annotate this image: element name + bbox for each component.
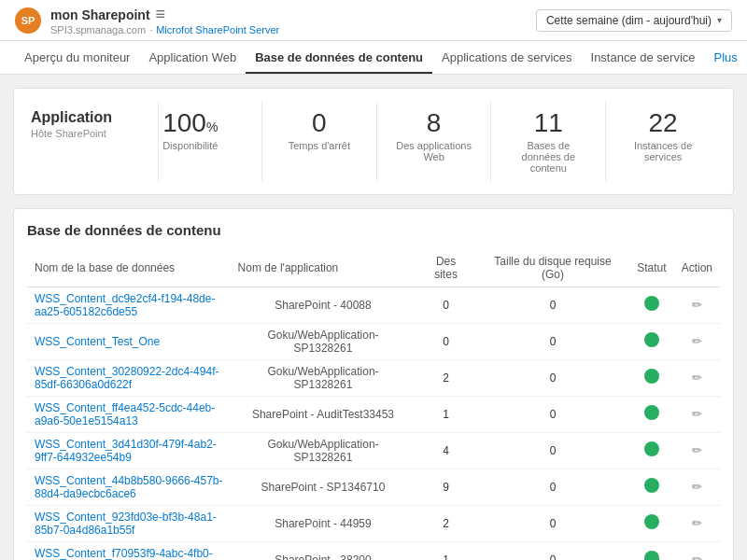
action-cell[interactable]: ✏ <box>674 469 720 505</box>
col-header: Des sites <box>416 249 475 287</box>
stat-value: 100% <box>162 109 247 138</box>
header: SP mon Sharepoint ≡ SPI3.spmanaga.com · … <box>0 0 747 41</box>
db-name: WSS_Content_30280922-2dc4-494f-85df-6630… <box>27 359 231 396</box>
status-cell <box>629 541 673 560</box>
sites-count: 1 <box>416 396 475 432</box>
db-name: WSS_Content_dc9e2cf4-f194-48de-aa25-6051… <box>27 287 231 323</box>
stat-label: Temps d'arrêt <box>277 140 361 151</box>
db-name: WSS_Content_3d41d30f-479f-4ab2-9ff7-6449… <box>27 432 231 469</box>
disk-size: 0 <box>476 323 629 359</box>
summary-app-subtitle: Hôte SharePoint <box>31 128 143 139</box>
summary-app: Application Hôte SharePoint <box>27 102 159 181</box>
app-name: SharePoint - 38200 <box>231 541 416 560</box>
status-cell <box>629 396 673 432</box>
table-section-title: Base de données de contenu <box>27 222 720 238</box>
app-info: mon Sharepoint ≡ SPI3.spmanaga.com · Mic… <box>50 5 279 35</box>
disk-size: 0 <box>476 432 629 469</box>
disk-size: 0 <box>476 541 629 560</box>
nav-item-base-de-données-de-contenu[interactable]: Base de données de contenu <box>246 43 432 74</box>
stat-suffix: % <box>206 119 218 134</box>
stat-label: Bases de données de contenu <box>506 140 590 174</box>
sites-count: 0 <box>416 287 475 323</box>
stat-value: 0 <box>277 109 361 138</box>
app-name: SharePoint - 44959 <box>231 505 416 541</box>
table-row: WSS_Content_f70953f9-4abc-4fb0-ac66-c9d7… <box>27 541 720 560</box>
summary-card: Application Hôte SharePoint 100%Disponib… <box>13 88 734 195</box>
stat-label: Instances de services <box>621 140 705 162</box>
disk-size: 0 <box>476 287 629 323</box>
table-row: WSS_Content_ff4ea452-5cdc-44eb-a9a6-50e1… <box>27 396 720 432</box>
app-name: Goku/WebApplication- SP1328261 <box>231 359 416 396</box>
edit-icon[interactable]: ✏ <box>692 334 702 348</box>
action-cell[interactable]: ✏ <box>674 432 720 469</box>
db-name: WSS_Content_ff4ea452-5cdc-44eb-a9a6-50e1… <box>27 396 231 432</box>
app-name: SharePoint - AuditTest33453 <box>231 396 416 432</box>
status-dot-icon <box>644 369 659 384</box>
db-name: WSS_Content_f70953f9-4abc-4fb0-ac66-c9d7… <box>27 541 231 560</box>
status-dot-icon <box>644 405 659 420</box>
nav-item-instance-de-service[interactable]: Instance de service <box>582 43 705 74</box>
status-dot-icon <box>644 296 659 311</box>
nav-item-aperçu-du-moniteur[interactable]: Aperçu du moniteur <box>15 43 139 74</box>
summary-stat: 8Des applications Web <box>377 102 492 181</box>
date-selector[interactable]: Cette semaine (dim - aujourd'hui) ▾ <box>536 9 732 32</box>
date-label: Cette semaine (dim - aujourd'hui) <box>546 14 712 27</box>
status-cell <box>629 323 673 359</box>
table-row: WSS_Content_923fd03e-bf3b-48a1-85b7-0a4d… <box>27 505 720 541</box>
summary-stat: 11Bases de données de contenu <box>491 102 606 181</box>
edit-icon[interactable]: ✏ <box>692 371 702 385</box>
nav-item-application-web[interactable]: Application Web <box>139 43 246 74</box>
action-cell[interactable]: ✏ <box>674 396 720 432</box>
app-name: SharePoint - SP1346710 <box>231 469 416 505</box>
action-cell[interactable]: ✏ <box>674 359 720 396</box>
hamburger-icon[interactable]: ≡ <box>156 5 166 24</box>
stat-label: Des applications Web <box>392 140 476 162</box>
logo-icon: SP <box>15 7 41 34</box>
status-cell <box>629 359 673 396</box>
col-header: Action <box>674 249 720 287</box>
header-right: Cette semaine (dim - aujourd'hui) ▾ <box>536 9 732 32</box>
sharepoint-link[interactable]: Microfot SharePoint Server <box>156 24 279 35</box>
edit-icon[interactable]: ✏ <box>692 516 702 530</box>
status-cell <box>629 432 673 469</box>
app-name: SharePoint - 40088 <box>231 287 416 323</box>
stat-value: 8 <box>392 109 476 138</box>
sites-count: 4 <box>416 432 475 469</box>
status-dot-icon <box>644 441 659 456</box>
action-cell[interactable]: ✏ <box>674 287 720 323</box>
db-name: WSS_Content_44b8b580-9666-457b-88d4-da9e… <box>27 469 231 505</box>
app-title: mon Sharepoint <box>50 7 150 22</box>
chevron-down-icon: ▾ <box>717 15 722 25</box>
summary-app-title: Application <box>31 109 143 126</box>
nav-item-applications-de-services[interactable]: Applications de services <box>432 43 581 74</box>
sites-count: 9 <box>416 469 475 505</box>
app-name: Goku/WebApplication- SP1328261 <box>231 323 416 359</box>
summary-stat: 22Instances de services <box>606 102 720 181</box>
table-row: WSS_Content_44b8b580-9666-457b-88d4-da9e… <box>27 469 720 505</box>
status-cell <box>629 469 673 505</box>
action-cell[interactable]: ✏ <box>674 505 720 541</box>
table-row: WSS_Content_Test_One Goku/WebApplication… <box>27 323 720 359</box>
edit-icon[interactable]: ✏ <box>692 443 702 457</box>
nav-bar: Aperçu du moniteurApplication WebBase de… <box>0 41 747 75</box>
edit-icon[interactable]: ✏ <box>692 407 702 421</box>
main-content: Application Hôte SharePoint 100%Disponib… <box>0 75 747 560</box>
disk-size: 0 <box>476 359 629 396</box>
status-dot-icon <box>644 551 659 560</box>
stat-value: 11 <box>506 109 590 138</box>
status-cell <box>629 287 673 323</box>
disk-size: 0 <box>476 396 629 432</box>
header-left: SP mon Sharepoint ≡ SPI3.spmanaga.com · … <box>15 5 279 35</box>
nav-item-plus[interactable]: Plus <box>705 43 747 74</box>
action-cell[interactable]: ✏ <box>674 323 720 359</box>
sites-count: 2 <box>416 359 475 396</box>
table-row: WSS_Content_dc9e2cf4-f194-48de-aa25-6051… <box>27 287 720 323</box>
action-cell[interactable]: ✏ <box>674 541 720 560</box>
stat-value: 22 <box>621 109 705 138</box>
table-card: Base de données de contenu Nom de la bas… <box>13 208 734 560</box>
edit-icon[interactable]: ✏ <box>692 480 702 494</box>
edit-icon[interactable]: ✏ <box>692 298 702 312</box>
status-dot-icon <box>644 514 659 529</box>
sites-count: 1 <box>416 541 475 560</box>
edit-icon[interactable]: ✏ <box>692 553 702 560</box>
